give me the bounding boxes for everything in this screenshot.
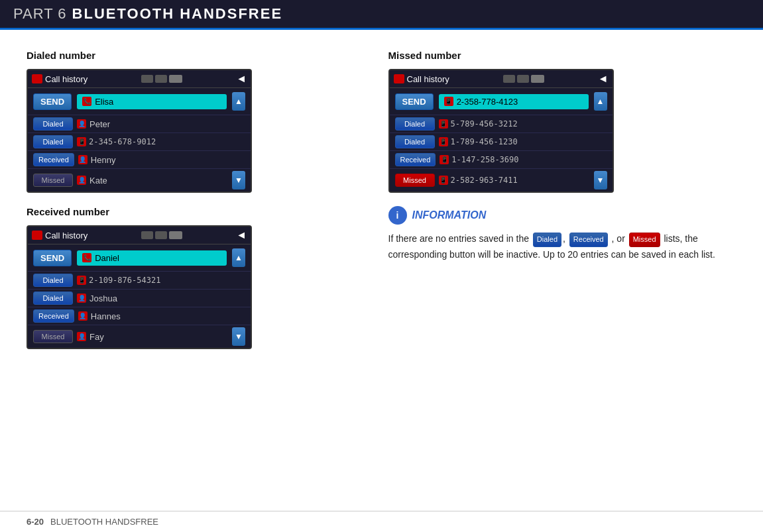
received-scroll-down-button[interactable]: ▼ — [232, 327, 245, 346]
received-filter-btn-1[interactable]: Dialed — [33, 274, 73, 287]
missed-highlighted-contact: 📱 2-358-778-4123 — [439, 94, 589, 109]
scroll-up-button[interactable]: ▲ — [232, 92, 245, 111]
missed-scroll-up-button[interactable]: ▲ — [594, 92, 607, 111]
missed-section: Missed number Call history ◄ SEND — [388, 50, 737, 193]
received-contact-icon: 📞 — [82, 253, 91, 262]
received-phone-body: SEND 📞 Daniel ▲ Dialed 📱 2-109-876-54321 — [28, 244, 251, 348]
missed-send-row: SEND 📱 2-358-778-4123 ▲ — [390, 88, 613, 115]
dialed-filter-btn-3[interactable]: Received — [33, 153, 74, 166]
received-phone-title: Call history — [45, 231, 88, 240]
dialed-phone-title: Call history — [45, 74, 88, 84]
received-contact-3: 👤 Hannes — [78, 311, 245, 321]
dialed-filter-btn-4[interactable]: Missed — [33, 174, 73, 187]
info-box: i INFORMATION If there are no entries sa… — [388, 206, 737, 262]
missed-phone-app-icon — [394, 74, 404, 83]
dialed-highlighted-name: Elisa — [95, 97, 113, 107]
missed-label: Missed number — [388, 50, 737, 61]
dialed-row-3: Received 👤 Henny — [28, 150, 251, 168]
dialed-badge: Dialed — [533, 233, 561, 247]
dialed-contact-4: 👤 Kate — [77, 176, 228, 186]
dialed-filter-btn-2[interactable]: Dialed — [33, 135, 73, 148]
page-header: PART 6 BLUETOOTH HANDSFREE — [0, 0, 763, 30]
dialed-phone-ui: Call history ◄ SEND 📞 Elisa ▲ — [27, 69, 252, 193]
dialed-row-2: Dialed 📱 2-345-678-9012 — [28, 133, 251, 150]
received-number-1: 📱 2-109-876-54321 — [77, 276, 245, 285]
battery-icon — [169, 75, 182, 83]
dialed-send-button[interactable]: SEND — [33, 93, 72, 110]
missed-highlighted-name: 2-358-778-4123 — [457, 97, 518, 107]
received-status-icons — [141, 231, 182, 239]
missed-status-icons — [503, 75, 544, 83]
footer-text: BLUETOOTH HANDSFREE — [50, 517, 158, 527]
info-text-1: If there are no entries saved in the — [388, 233, 529, 244]
missed-contact-icon: 📱 — [444, 97, 453, 106]
missed-number-3: 📱 1-147-258-3690 — [440, 155, 607, 164]
received-section: Received number Call history ◄ SEND — [27, 206, 375, 349]
missed-row-3: Received 📱 1-147-258-3690 — [390, 150, 613, 168]
contact-icon-4: 👤 — [77, 176, 86, 185]
received-network-icon — [155, 231, 167, 239]
received-label: Received number — [27, 206, 375, 217]
missed-contact-icon-2: 📱 — [439, 137, 448, 146]
missed-phone-header-left: Call history — [394, 74, 449, 84]
missed-number-2: 📱 1-789-456-1230 — [439, 137, 607, 146]
dialed-status-icons — [141, 75, 182, 83]
missed-row-4: Missed 📱 2-582-963-7411 ▼ — [390, 168, 613, 191]
received-battery-icon — [169, 231, 182, 239]
missed-phone-body: SEND 📱 2-358-778-4123 ▲ Dialed 📱 5-789-4… — [390, 88, 613, 191]
missed-number-1: 📱 5-789-456-3212 — [439, 119, 607, 129]
missed-network-icon — [517, 75, 529, 83]
missed-phone-ui: Call history ◄ SEND 📱 2-358-778-4123 ▲ — [388, 69, 614, 193]
dialed-send-row: SEND 📞 Elisa ▲ — [28, 88, 251, 115]
missed-contact-icon-4: 📱 — [439, 176, 448, 185]
received-highlighted-contact: 📞 Daniel — [77, 250, 227, 266]
missed-send-button[interactable]: SEND — [395, 93, 434, 110]
main-content: Dialed number Call history ◄ SEND — [0, 30, 763, 369]
received-row-1: Dialed 📱 2-109-876-54321 — [28, 271, 251, 289]
info-circle-icon: i — [388, 206, 407, 225]
info-header: i INFORMATION — [388, 206, 737, 225]
dialed-phone-header: Call history ◄ — [28, 70, 251, 88]
received-row-2: Dialed 👤 Joshua — [28, 289, 251, 307]
missed-phone-title: Call history — [407, 74, 449, 84]
received-row-3: Received 👤 Hannes — [28, 307, 251, 325]
received-signal-icon — [141, 231, 153, 239]
missed-phone-header: Call history ◄ — [390, 70, 613, 88]
received-phone-app-icon — [32, 231, 42, 240]
contact-icon-1: 👤 — [77, 119, 86, 129]
received-send-button[interactable]: SEND — [33, 250, 72, 266]
missed-filter-btn-3[interactable]: Received — [395, 153, 436, 166]
received-contact-icon-3: 👤 — [78, 311, 88, 321]
scroll-down-button[interactable]: ▼ — [232, 171, 245, 189]
received-filter-btn-3[interactable]: Received — [33, 309, 74, 323]
received-back-arrow-icon[interactable]: ◄ — [236, 229, 247, 241]
missed-filter-btn-2[interactable]: Dialed — [395, 135, 435, 148]
missed-battery-icon — [531, 75, 544, 83]
missed-filter-btn-4[interactable]: Missed — [395, 174, 435, 187]
info-title: INFORMATION — [412, 209, 487, 221]
received-filter-btn-2[interactable]: Dialed — [33, 292, 73, 305]
received-contact-2: 👤 Joshua — [77, 293, 245, 303]
missed-scroll-down-button[interactable]: ▼ — [594, 171, 607, 189]
dialed-phone-header-left: Call history — [32, 74, 88, 84]
info-comma-1: , — [563, 233, 565, 244]
dialed-row-1: Dialed 👤 Peter — [28, 115, 251, 133]
footer-page-number: 6-20 — [27, 517, 44, 527]
dialed-label: Dialed number — [27, 50, 375, 61]
missed-back-arrow-icon[interactable]: ◄ — [598, 73, 609, 85]
received-phone-ui: Call history ◄ SEND 📞 Daniel ▲ — [27, 225, 252, 349]
dialed-phone-body: SEND 📞 Elisa ▲ Dialed 👤 Peter Dialed — [28, 88, 251, 191]
missed-badge: Missed — [629, 233, 660, 247]
missed-filter-btn-1[interactable]: Dialed — [395, 117, 435, 131]
dialed-contact-1: 👤 Peter — [77, 119, 245, 129]
received-filter-btn-4[interactable]: Missed — [33, 330, 73, 343]
dialed-contact-3: 👤 Henny — [78, 155, 245, 165]
part-label: PART 6 — [13, 5, 67, 23]
phone-app-icon — [32, 74, 42, 83]
dialed-section: Dialed number Call history ◄ SEND — [27, 50, 375, 193]
back-arrow-icon[interactable]: ◄ — [236, 73, 247, 85]
dialed-filter-btn-1[interactable]: Dialed — [33, 117, 73, 131]
received-scroll-up-button[interactable]: ▲ — [232, 248, 245, 267]
received-highlighted-name: Daniel — [95, 253, 119, 263]
dialed-number-2: 📱 2-345-678-9012 — [77, 137, 245, 146]
